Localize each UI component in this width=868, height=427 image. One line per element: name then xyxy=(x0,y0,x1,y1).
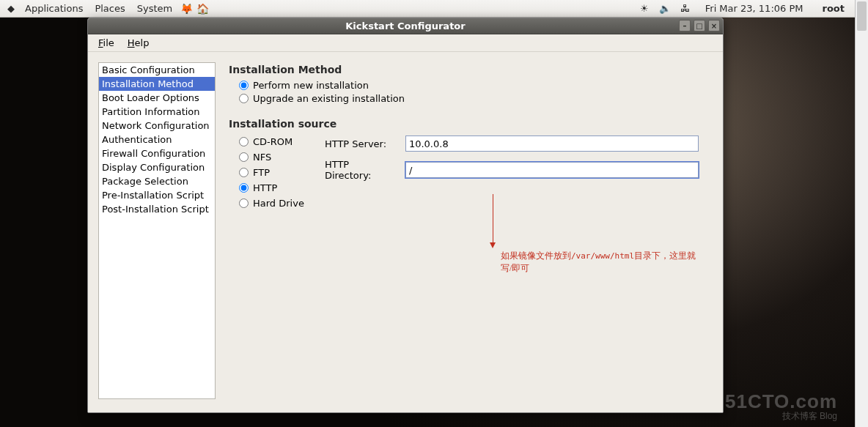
install-source-label-1: NFS xyxy=(253,152,271,163)
install-source-option-hard-drive[interactable]: Hard Drive xyxy=(239,198,304,209)
install-method-option-0[interactable]: Perform new installation xyxy=(239,80,714,91)
window-title: Kickstart Configurator xyxy=(345,21,465,31)
volume-icon[interactable]: 🔈 xyxy=(658,2,672,15)
clock[interactable]: Fri Mar 23, 11:06 PM xyxy=(698,3,811,14)
install-source-radio-1[interactable] xyxy=(239,152,249,162)
install-source-label-0: CD-ROM xyxy=(253,136,293,147)
install-source-option-http[interactable]: HTTP xyxy=(239,182,304,193)
annotation-arrowhead-icon xyxy=(490,242,496,248)
install-source-radio-4[interactable] xyxy=(239,198,249,208)
user-menu[interactable]: root xyxy=(815,3,853,14)
annotation-text: 如果镜像文件放到/var/www/html目录下，这里就写/即可 xyxy=(501,250,699,275)
window-titlebar[interactable]: Kickstart Configurator – □ × xyxy=(88,18,723,34)
install-source-label-2: FTP xyxy=(253,167,270,178)
install-source-label-4: Hard Drive xyxy=(253,198,304,209)
http-server-label: HTTP Server: xyxy=(325,138,398,149)
install-method-option-1[interactable]: Upgrade an existing installation xyxy=(239,93,714,104)
sidebar-item-network-configuration[interactable]: Network Configuration xyxy=(99,119,215,133)
install-source-option-ftp[interactable]: FTP xyxy=(239,167,304,178)
content-pane: Installation Method Perform new installa… xyxy=(229,62,714,404)
watermark: 51CTO.com 技术博客 Blog xyxy=(725,392,837,421)
menu-help[interactable]: Help xyxy=(122,36,155,50)
update-notifier-icon[interactable]: ☀ xyxy=(638,2,651,15)
annotation-arrow xyxy=(493,194,493,244)
menu-places[interactable]: Places xyxy=(89,1,130,15)
sidebar-item-package-selection[interactable]: Package Selection xyxy=(99,174,215,188)
distributor-logo-icon[interactable]: ◆ xyxy=(4,2,18,15)
window-maximize-button[interactable]: □ xyxy=(694,20,705,31)
network-icon[interactable]: 🖧 xyxy=(679,2,692,15)
sidebar-item-display-configuration[interactable]: Display Configuration xyxy=(99,160,215,174)
section-installation-source: Installation source xyxy=(229,118,714,130)
category-sidebar: Basic ConfigurationInstallation MethodBo… xyxy=(98,62,216,399)
desktop-background: ◆ Applications Places System 🦊 🏠 ☀ 🔈 🖧 F… xyxy=(0,0,855,427)
install-source-option-nfs[interactable]: NFS xyxy=(239,152,304,163)
sidebar-item-firewall-configuration[interactable]: Firewall Configuration xyxy=(99,146,215,160)
install-method-label-1: Upgrade an existing installation xyxy=(253,93,405,104)
kickstart-configurator-window: Kickstart Configurator – □ × File Help B… xyxy=(87,18,724,413)
install-method-radio-1[interactable] xyxy=(239,94,249,103)
firefox-launcher-icon[interactable]: 🦊 xyxy=(180,2,193,15)
window-close-button[interactable]: × xyxy=(708,20,720,31)
sidebar-item-pre-installation-script[interactable]: Pre-Installation Script xyxy=(99,188,215,202)
gnome-top-panel: ◆ Applications Places System 🦊 🏠 ☀ 🔈 🖧 F… xyxy=(0,0,855,18)
sidebar-item-boot-loader-options[interactable]: Boot Loader Options xyxy=(99,91,215,105)
menubar: File Help xyxy=(88,34,723,52)
http-server-input[interactable] xyxy=(405,135,699,152)
install-method-radio-0[interactable] xyxy=(239,81,249,90)
outer-scrollbar[interactable] xyxy=(855,0,868,427)
menu-system[interactable]: System xyxy=(131,1,178,15)
install-source-radio-3[interactable] xyxy=(239,183,249,193)
install-source-radio-0[interactable] xyxy=(239,137,249,146)
menu-applications[interactable]: Applications xyxy=(19,1,89,15)
http-directory-input[interactable] xyxy=(405,162,699,178)
install-source-radio-2[interactable] xyxy=(239,168,249,177)
install-source-option-cd-rom[interactable]: CD-ROM xyxy=(239,136,304,147)
http-directory-label: HTTP Directory: xyxy=(325,159,398,181)
install-source-label-3: HTTP xyxy=(253,182,277,193)
window-minimize-button[interactable]: – xyxy=(679,20,691,31)
nautilus-home-icon[interactable]: 🏠 xyxy=(196,2,209,15)
menu-file[interactable]: File xyxy=(92,36,120,50)
section-installation-method: Installation Method xyxy=(229,64,714,75)
sidebar-item-authentication[interactable]: Authentication xyxy=(99,133,215,146)
sidebar-item-partition-information[interactable]: Partition Information xyxy=(99,105,215,119)
sidebar-item-basic-configuration[interactable]: Basic Configuration xyxy=(99,63,215,77)
sidebar-item-installation-method[interactable]: Installation Method xyxy=(99,77,215,91)
install-method-label-0: Perform new installation xyxy=(253,80,369,91)
sidebar-item-post-installation-script[interactable]: Post-Installation Script xyxy=(99,202,215,216)
